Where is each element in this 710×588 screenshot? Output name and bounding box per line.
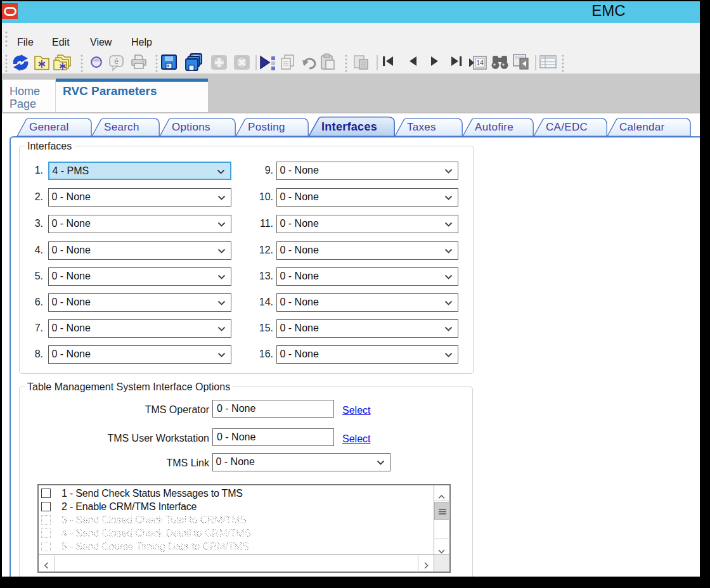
svg-text:Options: Options: [172, 121, 210, 133]
svg-text:General: General: [29, 121, 69, 133]
svg-text:é: é: [114, 57, 119, 66]
svg-text:Taxes: Taxes: [407, 121, 436, 133]
svg-text:Interfaces: Interfaces: [321, 120, 377, 133]
svg-text:Posting: Posting: [248, 121, 285, 133]
svg-text:14: 14: [476, 59, 484, 67]
svg-text:Search: Search: [104, 121, 139, 133]
svg-text:Autofire: Autofire: [475, 121, 513, 133]
svg-text:CA/EDC: CA/EDC: [546, 121, 588, 133]
svg-text:Calendar: Calendar: [619, 121, 664, 133]
